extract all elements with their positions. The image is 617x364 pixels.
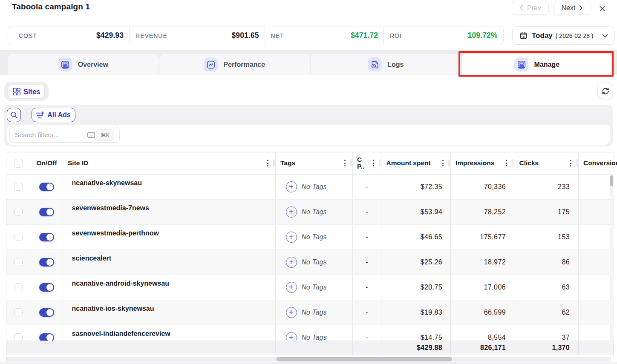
column-header-select[interactable] xyxy=(6,152,31,174)
tab-logs[interactable]: Logs xyxy=(311,54,461,75)
onoff-toggle[interactable] xyxy=(39,233,54,241)
onoff-toggle[interactable] xyxy=(39,283,54,292)
select-all-checkbox[interactable] xyxy=(14,159,23,168)
column-header-label: On/Off xyxy=(36,159,57,167)
onoff-toggle[interactable] xyxy=(39,183,54,191)
column-resize-handle[interactable] xyxy=(350,159,352,167)
cp-cell: - xyxy=(353,300,382,325)
date-picker[interactable]: Today ( 2026-02-28 ) xyxy=(512,26,614,45)
add-tag-button[interactable] xyxy=(286,282,297,293)
column-header-clicks[interactable]: Clicks xyxy=(514,152,579,174)
row-checkbox[interactable] xyxy=(14,308,23,317)
site-id-text: ncanative-ios-skynewsau xyxy=(72,305,154,312)
close-icon xyxy=(599,6,605,12)
all-ads-filter-button[interactable]: All Ads xyxy=(32,108,75,123)
column-header-conversions[interactable]: Conversions xyxy=(579,152,617,174)
column-header-spent[interactable]: Amount spent xyxy=(381,152,451,174)
onoff-toggle[interactable] xyxy=(39,308,54,317)
refresh-button[interactable] xyxy=(597,83,613,99)
row-checkbox[interactable] xyxy=(14,208,23,216)
close-button[interactable] xyxy=(599,5,605,12)
table-row: ncanative-ios-skynewsau No Tags - $19.83… xyxy=(6,300,614,325)
totals-cell-tags xyxy=(276,341,353,355)
column-menu-icon[interactable] xyxy=(373,160,375,166)
tab-bar: Overview Performance Logs Manage xyxy=(0,50,617,75)
add-tag-button[interactable] xyxy=(286,232,297,243)
vertical-scrollbar-thumb[interactable] xyxy=(610,175,613,186)
column-menu-icon[interactable] xyxy=(267,160,269,166)
add-tag-button[interactable] xyxy=(286,257,297,268)
column-header-tags[interactable]: Tags xyxy=(276,152,353,174)
tab-performance[interactable]: Performance xyxy=(159,54,310,75)
add-tag-button[interactable] xyxy=(286,307,297,318)
tab-overview[interactable]: Overview xyxy=(8,54,159,75)
amount-spent-cell: $19.83 xyxy=(381,300,451,325)
plus-icon xyxy=(289,285,294,289)
toggle-knob xyxy=(46,209,53,215)
tags-value: No Tags xyxy=(302,284,327,291)
impressions-cell: 70,336 xyxy=(451,175,515,199)
onoff-toggle[interactable] xyxy=(39,208,54,216)
header-divider xyxy=(0,22,617,22)
tab-label-logs: Logs xyxy=(387,61,404,69)
sites-view-button[interactable]: Sites xyxy=(8,85,45,98)
amount-spent-cell: $25.26 xyxy=(381,250,451,275)
horizontal-scrollbar-thumb[interactable] xyxy=(277,357,452,361)
column-header-cp[interactable]: C P.. xyxy=(353,152,382,174)
table-row: ncanative-android-skynewsau No Tags - $2… xyxy=(6,275,614,300)
add-tag-button[interactable] xyxy=(286,181,297,192)
tab-label-overview: Overview xyxy=(78,61,108,69)
column-resize-handle[interactable] xyxy=(576,159,578,167)
add-tag-button[interactable] xyxy=(286,206,297,218)
row-checkbox[interactable] xyxy=(14,233,23,241)
column-menu-icon[interactable] xyxy=(506,160,507,166)
totals-cell-select xyxy=(6,341,31,355)
add-tag-button[interactable] xyxy=(286,332,297,341)
row-checkbox[interactable] xyxy=(14,333,23,341)
horizontal-scrollbar xyxy=(6,355,614,362)
shortcut-badge: ⌘K xyxy=(96,129,114,141)
table-row: sasnovel-indiandefencereview No Tags - $… xyxy=(6,325,614,341)
search-filters-input[interactable]: Search filters... ⌘K xyxy=(9,127,120,143)
cp-value: - xyxy=(366,284,368,291)
column-menu-icon[interactable] xyxy=(344,160,346,166)
column-resize-handle[interactable] xyxy=(448,159,450,167)
clicks-cell: 86 xyxy=(514,250,579,275)
search-filter-row: Search filters... ⌘K xyxy=(7,125,610,145)
site-id-cell: sciencealert xyxy=(63,250,276,275)
cp-cell: - xyxy=(353,250,382,275)
keyboard-icon xyxy=(87,132,95,138)
toggle-knob xyxy=(46,284,53,291)
plus-icon xyxy=(289,209,294,214)
toggle-knob xyxy=(46,183,53,190)
column-menu-icon[interactable] xyxy=(442,160,444,166)
amount-spent-value: $72.35 xyxy=(421,183,442,191)
row-checkbox[interactable] xyxy=(14,283,23,292)
stat-value: $429.93 xyxy=(96,31,124,40)
column-resize-handle[interactable] xyxy=(273,159,275,167)
column-resize-handle[interactable] xyxy=(512,159,513,167)
search-button[interactable] xyxy=(7,108,21,122)
stat-label: COST xyxy=(19,32,37,39)
column-resize-handle[interactable] xyxy=(379,159,381,167)
file-clock-icon-box xyxy=(368,57,382,72)
onoff-toggle[interactable] xyxy=(39,333,54,341)
row-checkbox[interactable] xyxy=(14,183,23,191)
tab-manage[interactable]: Manage xyxy=(462,54,613,75)
plus-icon xyxy=(289,335,294,340)
column-header-label: Tags xyxy=(280,159,295,167)
clicks-value: 153 xyxy=(558,233,570,241)
prev-button[interactable]: Prev xyxy=(512,1,549,15)
column-header-onoff[interactable]: On/Off xyxy=(31,152,63,174)
site-id-text: sevenwestmedia-7news xyxy=(72,204,149,212)
column-header-site[interactable]: Site ID xyxy=(63,152,276,174)
toggle-knob xyxy=(46,334,53,341)
onoff-toggle[interactable] xyxy=(39,258,54,267)
next-button[interactable]: Next xyxy=(554,1,591,15)
conversions-cell xyxy=(579,225,614,249)
column-header-impressions[interactable]: Impressions xyxy=(451,152,515,174)
column-menu-icon[interactable] xyxy=(570,160,572,166)
row-checkbox[interactable] xyxy=(14,258,23,267)
clicks-value: 63 xyxy=(562,284,570,291)
tab-label-performance: Performance xyxy=(223,61,265,69)
